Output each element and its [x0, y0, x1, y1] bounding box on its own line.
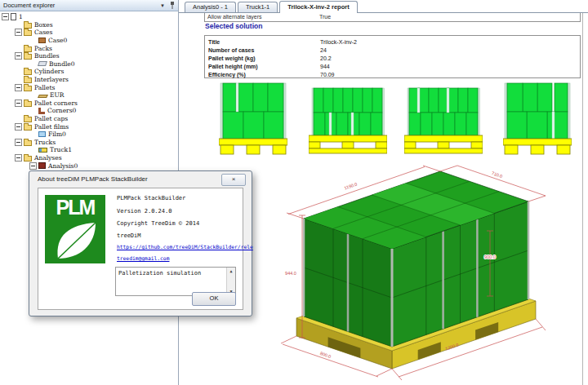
tree-item-label: Packs	[34, 45, 52, 52]
tab-analysis0-1[interactable]: Analysis0 - 1	[185, 2, 236, 12]
folder-icon	[24, 30, 32, 36]
folder-icon	[24, 117, 32, 122]
version-line: Version 2.0.24.0	[117, 208, 172, 215]
solution-row-label: Pallet weight (kg)	[205, 55, 320, 61]
tree-item-label: Film0	[48, 131, 66, 138]
scroll-up-icon[interactable]: ▲	[227, 269, 235, 273]
tree-item-label: Corners0	[47, 107, 76, 114]
pallet-icon	[38, 95, 48, 98]
solution-row-value: 944	[320, 64, 580, 69]
tree-item-label: Cylinders	[34, 68, 64, 75]
tree-item-bundle0[interactable]: Bundle0	[0, 60, 178, 69]
collapse-toggle-icon[interactable]	[29, 162, 37, 170]
collapse-toggle-icon[interactable]	[15, 154, 22, 162]
dim-label-1190: 1190.0	[344, 182, 358, 191]
tree-item-analyses[interactable]: Analyses	[0, 154, 178, 162]
solution-row-title: TitleTrilock-X-inv-2	[205, 38, 580, 46]
pallet-view-right	[309, 82, 387, 158]
tree-item-truck1[interactable]: Truck1	[0, 146, 178, 154]
collapse-toggle-icon[interactable]	[15, 29, 22, 36]
tree-item-film0[interactable]: Film0	[0, 131, 178, 139]
tree-item-interlayers[interactable]: Interlayers	[0, 76, 178, 84]
solution-row-label: Title	[205, 39, 320, 45]
doc-icon	[11, 13, 16, 20]
collapse-toggle-icon[interactable]	[15, 123, 22, 131]
tree-item-1[interactable]: 1	[0, 13, 178, 21]
folder-icon	[24, 140, 32, 146]
company-line: treeDiM	[117, 232, 141, 239]
pallet-view-front	[219, 82, 287, 158]
solution-row-label: Number of cases	[205, 47, 320, 53]
folder-icon	[24, 46, 32, 52]
plm-logo-text: PLM	[45, 196, 105, 219]
collapse-toggle-icon[interactable]	[15, 100, 22, 107]
case-icon	[38, 38, 46, 43]
tree-item-corners0[interactable]: Corners0	[0, 107, 178, 115]
copyright-line: Copyright TreeDim © 2014	[117, 220, 199, 227]
tree-item-label: Case0	[48, 37, 67, 44]
pin-icon[interactable]	[170, 2, 175, 10]
about-dialog: About treeDiM PLMPack StackBuilder × PLM…	[29, 170, 252, 316]
tree-item-analysis0[interactable]: Analysis0	[0, 162, 178, 170]
ok-button[interactable]: OK	[192, 292, 236, 306]
tree-item-trucks[interactable]: Trucks	[0, 139, 178, 147]
tree-item-label: Pallets	[34, 84, 55, 91]
tree-item-label: 1	[19, 13, 23, 20]
solution-row-value: Trilock-X-inv-2	[320, 39, 580, 45]
close-icon[interactable]: ×	[221, 174, 246, 186]
truck-icon	[38, 148, 47, 153]
collapse-toggle-icon[interactable]	[2, 13, 9, 20]
tree-item-packs[interactable]: Packs	[0, 44, 178, 52]
folder-icon	[24, 156, 32, 162]
tree-item-label: Bundles	[34, 52, 60, 60]
email-link[interactable]: treedim@gmail.com	[117, 255, 169, 261]
pallet-3d-view: 1190.0 710.0 944.0 900.0 800.0 1200.0	[270, 163, 588, 385]
tree-item-label: Analysis0	[48, 162, 78, 170]
tree-item-label: EUR	[50, 91, 64, 99]
explorer-title: Document explorer	[3, 2, 55, 9]
solution-table: TitleTrilock-X-inv-2Number of cases24Pal…	[204, 35, 581, 78]
tab-trilock-x-inv-2-report[interactable]: Trilock-X-inv-2 report	[279, 1, 357, 13]
tree-item-pallet-films[interactable]: Pallet films	[0, 122, 178, 131]
analysis-icon	[38, 162, 46, 169]
folder-icon	[24, 101, 32, 107]
panel-menu-icon[interactable]: ▼	[160, 3, 165, 8]
tree-item-eur[interactable]: EUR	[0, 91, 178, 100]
pallet-view-left	[503, 82, 572, 158]
tree-item-pallets[interactable]: Pallets	[0, 83, 178, 91]
tree-item-cases[interactable]: Cases	[0, 29, 178, 37]
tree-item-label: Pallet films	[34, 123, 69, 131]
collapse-toggle-icon[interactable]	[15, 52, 22, 60]
folder-icon	[24, 125, 32, 131]
tree-item-case0[interactable]: Case0	[0, 37, 178, 45]
plm-logo: PLM	[45, 195, 105, 263]
tree-item-label: Pallet caps	[34, 115, 68, 122]
bundle-icon	[38, 61, 47, 66]
solution-row-number-of-cases: Number of cases24	[205, 46, 580, 54]
tree-item-boxes[interactable]: Boxes	[0, 21, 178, 29]
tree-item-cylinders[interactable]: Cylinders	[0, 68, 178, 76]
folder-icon	[24, 77, 32, 83]
collapse-toggle-icon[interactable]	[15, 84, 22, 91]
folder-icon	[24, 86, 32, 91]
description-scrollbar[interactable]: ▲ ▼	[226, 268, 235, 295]
tree-item-label: Analyses	[34, 154, 62, 162]
partial-row-value: True	[319, 13, 331, 22]
github-link[interactable]: https://github.com/treeDiM/StackBuilder/…	[117, 244, 253, 250]
tree-item-label: Boxes	[34, 21, 53, 29]
tree-item-bundles[interactable]: Bundles	[0, 52, 178, 60]
plm-leaf-icon	[55, 221, 97, 260]
tree-item-label: Pallet corners	[34, 100, 78, 107]
explorer-header: Document explorer ▼	[0, 0, 178, 11]
solution-row-label: Pallet height (mm)	[205, 64, 320, 69]
solution-row-value: 20.2	[320, 55, 580, 61]
dim-label-900: 900.0	[484, 254, 496, 259]
tree-item-pallet-corners[interactable]: Pallet corners	[0, 100, 178, 108]
tab-truck1-1[interactable]: Truck1-1	[238, 2, 278, 12]
tree-item-pallet-caps[interactable]: Pallet caps	[0, 115, 178, 123]
collapse-toggle-icon[interactable]	[15, 139, 22, 146]
solution-row-value: 24	[320, 47, 580, 53]
app-name-line: PLMPack StackBuilder	[117, 195, 185, 201]
section-title: Selected solution	[205, 22, 262, 30]
tree-item-label: Interlayers	[34, 76, 69, 83]
